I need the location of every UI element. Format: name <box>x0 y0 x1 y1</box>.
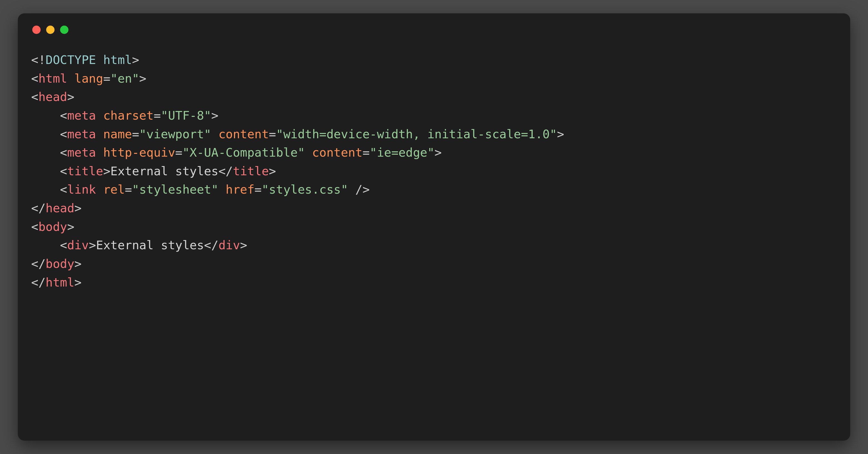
code-token-punct: > <box>103 164 111 178</box>
code-token-punct: < <box>60 238 67 252</box>
code-token-punct: </ <box>31 201 45 215</box>
code-token-string: "stylesheet" <box>132 182 218 196</box>
code-token-attr: name <box>103 127 132 141</box>
code-line: </body> <box>31 254 837 273</box>
code-token-punct: > <box>67 220 74 234</box>
code-token-punct: < <box>31 90 38 104</box>
code-token-attr: http-equiv <box>103 146 175 159</box>
code-indent <box>31 109 60 122</box>
code-token-attr: content <box>312 146 363 159</box>
code-token-attr: content <box>218 127 269 141</box>
code-token-punct: <! <box>31 53 45 67</box>
code-token-punct: > <box>240 238 247 252</box>
code-token-tag: div <box>218 238 240 252</box>
code-token-tag: title <box>233 164 269 178</box>
code-line: <!DOCTYPE html> <box>31 51 837 69</box>
code-token-string: "width=device-width, initial-scale=1.0" <box>276 127 557 141</box>
code-token-punct: > <box>139 71 146 85</box>
window-controls <box>32 26 837 34</box>
code-token-punct: < <box>60 109 67 122</box>
code-token-string: "X-UA-Compatible" <box>183 146 305 159</box>
code-token-punct <box>96 109 103 122</box>
code-token-punct: = <box>363 146 370 159</box>
code-token-punct: = <box>269 127 276 141</box>
code-line: <div>External styles</div> <box>31 236 837 254</box>
code-token-punct: </ <box>31 257 45 271</box>
code-token-punct: < <box>60 127 67 141</box>
code-line: <head> <box>31 88 837 106</box>
code-token-punct: > <box>74 275 82 289</box>
maximize-button[interactable] <box>60 26 68 34</box>
code-token-doctype-word: DOCTYPE html <box>45 53 132 67</box>
code-token-punct: > <box>435 146 442 159</box>
code-token-text: External styles <box>96 238 204 252</box>
code-token-punct: = <box>254 182 262 196</box>
code-token-punct: > <box>67 90 74 104</box>
code-token-tag: title <box>67 164 103 178</box>
code-token-attr: href <box>226 182 254 196</box>
code-indent <box>31 238 60 252</box>
code-token-string: "viewport" <box>139 127 211 141</box>
code-token-tag: head <box>38 90 67 104</box>
code-token-punct: < <box>60 164 67 178</box>
code-token-punct <box>305 146 312 159</box>
code-token-punct: > <box>557 127 564 141</box>
code-token-punct: < <box>31 71 38 85</box>
code-line: <meta charset="UTF-8"> <box>31 106 837 125</box>
code-token-string: "styles.css" <box>261 182 348 196</box>
code-token-punct <box>67 71 74 85</box>
code-token-punct: = <box>154 109 161 122</box>
code-token-punct: </ <box>204 238 218 252</box>
code-token-tag: meta <box>67 109 96 122</box>
code-token-punct <box>218 182 226 196</box>
code-token-punct: > <box>74 257 82 271</box>
code-token-punct: = <box>175 146 183 159</box>
code-token-string: "en" <box>111 71 140 85</box>
code-token-attr: rel <box>103 182 125 196</box>
code-token-punct: </ <box>31 275 45 289</box>
code-token-punct: > <box>132 53 139 67</box>
code-token-tag: html <box>38 71 67 85</box>
code-token-punct: /> <box>348 182 370 196</box>
code-token-punct: > <box>211 109 218 122</box>
code-window: <!DOCTYPE html><html lang="en"><head> <m… <box>18 13 850 441</box>
code-token-attr: charset <box>103 109 154 122</box>
code-line: <html lang="en"> <box>31 69 837 88</box>
code-token-punct <box>96 182 103 196</box>
code-token-punct: </ <box>218 164 233 178</box>
code-token-punct <box>211 127 218 141</box>
code-token-punct: > <box>74 201 82 215</box>
code-token-punct: = <box>103 71 111 85</box>
code-indent <box>31 146 60 159</box>
code-line: <link rel="stylesheet" href="styles.css"… <box>31 180 837 199</box>
code-token-punct: > <box>269 164 276 178</box>
code-content: <!DOCTYPE html><html lang="en"><head> <m… <box>31 51 837 292</box>
code-line: </head> <box>31 199 837 217</box>
code-token-tag: body <box>45 257 74 271</box>
code-token-punct <box>96 146 103 159</box>
code-token-text: External styles <box>111 164 218 178</box>
code-token-string: "ie=edge" <box>370 146 435 159</box>
code-line: <meta http-equiv="X-UA-Compatible" conte… <box>31 143 837 162</box>
code-token-punct: < <box>31 220 38 234</box>
code-token-tag: link <box>67 182 96 196</box>
code-token-tag: div <box>67 238 89 252</box>
code-indent <box>31 164 60 178</box>
code-line: <body> <box>31 217 837 236</box>
code-token-string: "UTF-8" <box>161 109 211 122</box>
code-token-punct: = <box>125 182 132 196</box>
code-line: </html> <box>31 273 837 292</box>
code-token-tag: html <box>45 275 74 289</box>
code-token-punct: < <box>60 146 67 159</box>
close-button[interactable] <box>32 26 41 34</box>
code-token-attr: lang <box>74 71 103 85</box>
code-token-punct: > <box>89 238 96 252</box>
code-token-punct: = <box>132 127 139 141</box>
code-token-tag: body <box>38 220 67 234</box>
code-line: <meta name="viewport" content="width=dev… <box>31 125 837 144</box>
code-token-tag: meta <box>67 146 96 159</box>
code-indent <box>31 127 60 141</box>
code-token-punct <box>96 127 103 141</box>
minimize-button[interactable] <box>46 26 55 34</box>
code-token-punct: < <box>60 182 67 196</box>
